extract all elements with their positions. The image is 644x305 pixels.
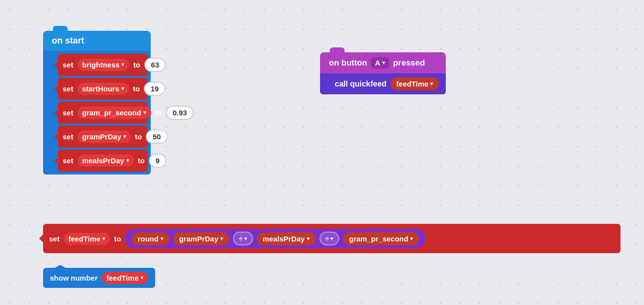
gramprsecond-value[interactable]: 0.93 xyxy=(166,106,194,120)
mealsprday-var[interactable]: mealsPrDay ▾ xyxy=(77,154,134,167)
on-start-label: on start xyxy=(52,36,84,45)
feedtime-set-dropdown-arrow: ▾ xyxy=(102,236,105,242)
to-keyword-4: to xyxy=(135,132,142,141)
to-keyword-5: to xyxy=(138,156,145,165)
button-a-select[interactable]: A ▾ xyxy=(371,57,389,68)
gramprsecond-dropdown-arrow: ▾ xyxy=(143,109,146,116)
gramprsecond-pill-expr[interactable]: gram_pr_second ▾ xyxy=(343,232,419,245)
set-keyword-1: set xyxy=(63,61,73,69)
set-keyword-5: set xyxy=(63,156,73,165)
gramprday-pill-expr[interactable]: gramPrDay ▾ xyxy=(173,232,229,245)
div-op2-arrow: ▾ xyxy=(330,236,333,242)
set-feedtime-block[interactable]: set feedTime ▾ to round ▾ gramPrDay ▾ ÷ … xyxy=(43,224,621,253)
show-number-block[interactable]: show number feedTime ▾ xyxy=(43,268,155,288)
mealsprday-value[interactable]: 9 xyxy=(149,153,166,168)
button-a-arrow: ▾ xyxy=(382,60,385,66)
divide-op-2[interactable]: ÷ ▾ xyxy=(320,232,340,245)
set-gramprsecond-block[interactable]: set gram_pr_second ▾ to 0.93 xyxy=(58,102,148,124)
set-brightness-block[interactable]: set brightness ▾ to 63 xyxy=(58,54,148,76)
div-op1-arrow: ▾ xyxy=(244,236,247,242)
canvas: on start set brightness ▾ to 63 set star… xyxy=(0,0,644,305)
round-dropdown-arrow: ▾ xyxy=(161,236,163,242)
brightness-dropdown-arrow: ▾ xyxy=(121,62,124,68)
feedtime-show-var[interactable]: feedTime ▾ xyxy=(102,272,149,284)
feedtime-func-pill[interactable]: feedTime ▾ xyxy=(391,77,439,90)
gramprsecond-expr-arrow: ▾ xyxy=(410,236,413,242)
gramprday-var[interactable]: gramPrDay ▾ xyxy=(77,131,131,143)
pressed-keyword: pressed xyxy=(393,58,425,68)
set-keyword-feedtime: set xyxy=(49,235,60,243)
starthours-value[interactable]: 19 xyxy=(144,82,166,96)
feedtime-func-arrow: ▾ xyxy=(430,81,433,87)
gramprday-expr-arrow: ▾ xyxy=(220,236,223,242)
show-number-keyword: show number xyxy=(50,274,98,282)
mealsprday-dropdown-arrow: ▾ xyxy=(126,157,129,164)
starthours-var[interactable]: startHours ▾ xyxy=(77,83,129,95)
set-keyword-3: set xyxy=(63,109,73,117)
on-button-group: on button A ▾ pressed call quickfeed fee… xyxy=(320,52,446,94)
to-keyword-feedtime: to xyxy=(114,235,121,243)
set-feedtime-outer: set feedTime ▾ to round ▾ gramPrDay ▾ ÷ … xyxy=(43,224,621,253)
feedtime-show-arrow: ▾ xyxy=(140,275,143,281)
mealsprday-pill-expr[interactable]: mealsPrDay ▾ xyxy=(257,232,316,245)
on-start-group: on start set brightness ▾ to 63 set star… xyxy=(43,31,151,174)
on-start-hat[interactable]: on start xyxy=(43,31,151,51)
to-keyword-1: to xyxy=(133,61,140,69)
brightness-value[interactable]: 63 xyxy=(144,58,166,72)
call-quickfeed-block[interactable]: call quickfeed feedTime ▾ xyxy=(320,73,446,94)
set-keyword-4: set xyxy=(63,132,73,141)
on-button-keyword: on button xyxy=(329,58,367,68)
set-keyword-2: set xyxy=(63,85,73,93)
feedtime-var-set[interactable]: feedTime ▾ xyxy=(64,233,111,245)
to-keyword-3: to xyxy=(155,109,162,117)
mealsprday-expr-arrow: ▾ xyxy=(307,236,310,242)
on-start-stack: set brightness ▾ to 63 set startHours ▾ … xyxy=(43,51,151,174)
set-starthours-block[interactable]: set startHours ▾ to 19 xyxy=(58,78,148,100)
gramprday-dropdown-arrow: ▾ xyxy=(123,133,126,140)
set-gramprday-block[interactable]: set gramPrDay ▾ to 50 xyxy=(58,126,148,148)
on-button-hat[interactable]: on button A ▾ pressed xyxy=(320,52,446,73)
round-pill[interactable]: round ▾ xyxy=(132,232,169,245)
divide-op-1[interactable]: ÷ ▾ xyxy=(233,232,253,245)
brightness-var[interactable]: brightness ▾ xyxy=(77,59,130,71)
gramprday-value[interactable]: 50 xyxy=(146,130,168,144)
feedtime-expression: round ▾ gramPrDay ▾ ÷ ▾ mealsPrDay ▾ ÷ xyxy=(125,229,426,248)
starthours-dropdown-arrow: ▾ xyxy=(121,86,124,92)
to-keyword-2: to xyxy=(133,85,140,93)
gramprsecond-var[interactable]: gram_pr_second ▾ xyxy=(77,107,151,119)
call-quickfeed-keyword: call quickfeed xyxy=(335,80,387,88)
set-mealsprday-block[interactable]: set mealsPrDay ▾ to 9 xyxy=(58,150,148,172)
